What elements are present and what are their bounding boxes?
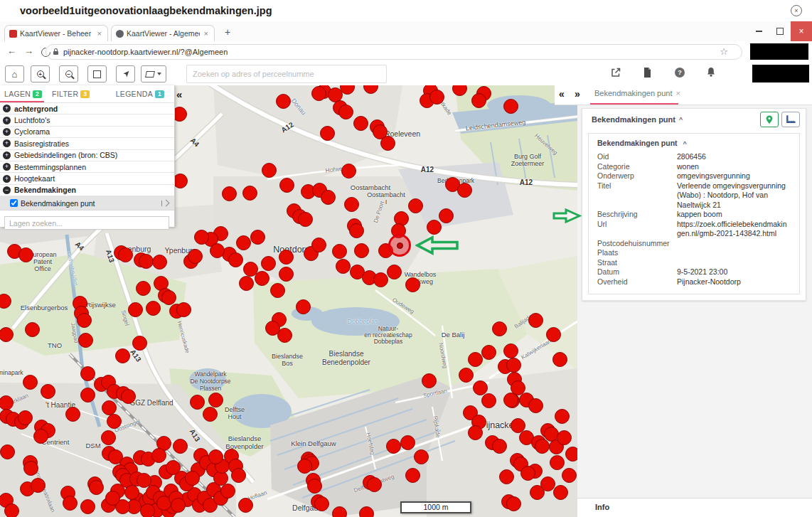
map-marker[interactable] — [139, 254, 154, 269]
map-marker[interactable] — [481, 393, 496, 408]
map-marker[interactable] — [65, 407, 80, 422]
map-marker[interactable] — [0, 294, 11, 309]
expand-layer-icon[interactable]: + — [3, 128, 11, 136]
map-marker[interactable] — [520, 466, 535, 481]
map-marker[interactable] — [380, 136, 395, 151]
browser-tab[interactable]: KaartViewer - Algemeen× — [111, 25, 215, 41]
help-icon[interactable]: ? — [674, 67, 685, 81]
map-marker[interactable] — [77, 313, 92, 328]
locate-button[interactable] — [116, 65, 135, 82]
map-marker[interactable] — [552, 352, 567, 367]
map-marker[interactable] — [452, 85, 467, 96]
sidebar-item-hoogtekaart[interactable]: +Hoogtekaart — [0, 173, 174, 184]
sidebar-tab-filter[interactable]: FILTER3 — [52, 90, 90, 98]
map-marker[interactable] — [492, 321, 507, 336]
measure-button[interactable] — [781, 112, 800, 127]
attribute-card-header[interactable]: Bekendmakingen punt ^ — [589, 134, 799, 151]
map-marker[interactable] — [422, 373, 437, 388]
expand-layer-icon[interactable]: + — [3, 163, 11, 171]
map-marker[interactable] — [25, 322, 40, 337]
feature-card-header[interactable]: Bekendmakingen punt ^ — [582, 109, 806, 130]
map-marker[interactable] — [321, 190, 336, 205]
map-marker[interactable] — [4, 503, 19, 517]
map-marker[interactable] — [102, 400, 117, 415]
map-marker[interactable] — [503, 393, 518, 407]
map-marker[interactable] — [468, 352, 483, 367]
new-tab-button[interactable]: + — [225, 26, 230, 38]
sidebar-item-luchtfoto-s[interactable]: +Luchtfoto's — [0, 114, 174, 126]
map-marker[interactable] — [161, 290, 176, 305]
map-marker[interactable] — [33, 429, 48, 444]
map-marker[interactable] — [124, 485, 139, 500]
map-marker[interactable] — [137, 473, 151, 488]
expand-layer-icon[interactable]: + — [3, 175, 11, 183]
map-marker[interactable] — [152, 255, 167, 270]
map-marker[interactable] — [41, 384, 55, 399]
expand-layer-icon[interactable]: + — [3, 151, 11, 159]
map-marker[interactable] — [528, 313, 543, 328]
panel-collapse-right-button[interactable]: » — [575, 88, 580, 100]
home-button[interactable]: ⌂ — [5, 65, 24, 82]
map-marker[interactable] — [349, 223, 364, 238]
map-marker[interactable] — [557, 430, 572, 445]
map-marker[interactable] — [276, 94, 291, 109]
map-marker[interactable] — [298, 212, 313, 227]
map-marker[interactable] — [336, 259, 351, 274]
map-marker[interactable] — [63, 496, 78, 511]
map-marker[interactable] — [78, 333, 93, 348]
map-marker[interactable] — [0, 444, 15, 459]
expand-layer-icon[interactable]: + — [3, 117, 11, 124]
map-marker[interactable] — [208, 393, 223, 407]
map-marker[interactable] — [270, 283, 285, 298]
map-marker[interactable] — [128, 302, 143, 317]
map-marker[interactable] — [506, 496, 521, 511]
sidebar-item-bekendmakingen[interactable]: −Bekendmakingen — [0, 185, 174, 196]
minimize-button[interactable] — [748, 21, 769, 41]
map-marker[interactable] — [171, 498, 186, 513]
map-marker[interactable] — [459, 368, 474, 383]
map-marker[interactable] — [311, 238, 326, 252]
map-marker[interactable] — [118, 247, 133, 262]
zoom-out-button[interactable]: − — [59, 65, 78, 82]
map-marker[interactable] — [297, 459, 312, 474]
map-marker[interactable] — [210, 243, 225, 258]
map-marker[interactable] — [338, 105, 353, 119]
map-marker[interactable] — [136, 281, 151, 296]
map-marker[interactable] — [185, 471, 200, 486]
map-marker[interactable] — [121, 389, 136, 404]
map-marker[interactable] — [332, 244, 347, 259]
tab-close-icon[interactable]: × — [675, 89, 680, 97]
map-marker[interactable] — [208, 449, 223, 464]
select-shape-button[interactable] — [141, 65, 166, 82]
map-marker[interactable] — [194, 230, 209, 245]
tab-close-icon[interactable]: × — [203, 29, 210, 38]
sidebar-tab-legenda[interactable]: LEGENDA1 — [116, 90, 164, 98]
map-marker[interactable] — [261, 256, 276, 271]
info-section[interactable]: Info — [577, 498, 812, 517]
map-marker[interactable] — [386, 439, 401, 454]
zoom-in-button[interactable]: + — [31, 65, 50, 82]
layer-checkbox[interactable] — [10, 199, 18, 207]
back-icon[interactable]: ← — [7, 46, 16, 56]
map-marker[interactable] — [80, 499, 95, 514]
map-marker[interactable] — [228, 252, 243, 267]
window-close-button[interactable]: × — [791, 21, 812, 41]
map-marker[interactable] — [279, 250, 294, 265]
map-marker[interactable] — [107, 414, 122, 429]
map-marker[interactable] — [546, 327, 561, 342]
map-marker[interactable] — [555, 409, 570, 424]
map-marker[interactable] — [307, 479, 322, 494]
map-marker[interactable] — [332, 506, 347, 517]
map-marker[interactable] — [188, 249, 203, 264]
sidebar-item-bekendmakingen-punt[interactable]: Bekendmakingen punt — [0, 196, 174, 210]
map-marker[interactable] — [414, 449, 429, 464]
map-marker[interactable] — [427, 220, 442, 235]
map-marker[interactable] — [506, 358, 521, 373]
forward-icon[interactable]: → — [24, 46, 33, 56]
map-marker[interactable] — [341, 164, 356, 178]
map-marker[interactable] — [540, 476, 555, 491]
map-marker[interactable] — [80, 366, 95, 381]
map-marker[interactable] — [503, 343, 518, 358]
map-marker[interactable] — [80, 388, 95, 403]
map-marker[interactable] — [296, 299, 311, 314]
